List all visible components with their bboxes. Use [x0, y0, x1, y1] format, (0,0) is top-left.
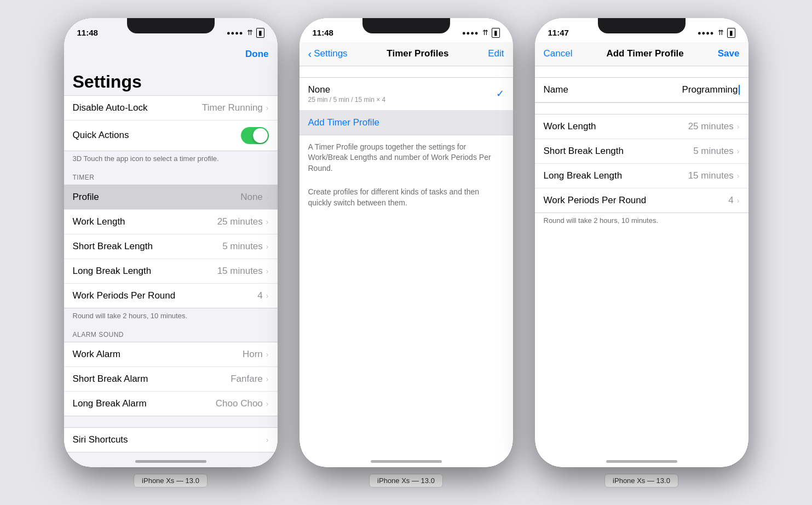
chevron-right-icon: › [266, 217, 269, 226]
work-length-label: Work Length [73, 216, 125, 227]
phone1-section3: ALARM SOUND Work Alarm Horn › Short Brea… [64, 331, 278, 416]
phone1-done-btn[interactable]: Done [245, 49, 269, 60]
chevron-right-icon: › [266, 193, 269, 202]
phone3-list-group: Work Length 25 minutes › Short Break Len… [535, 114, 748, 213]
phone3-notch [598, 18, 686, 33]
phone2-info-text1: A Timer Profile groups together the sett… [300, 135, 513, 181]
list-item[interactable]: Profile None › [64, 185, 278, 210]
work-periods-value: 4 › [257, 290, 268, 301]
chevron-right-icon: › [737, 196, 740, 205]
phone3-wrapper: 11:47 ●●●● ⇈ ▮ Cancel Add Timer Profile … [535, 18, 748, 487]
text-cursor [739, 85, 740, 95]
profile-name-row: None 25 min / 5 min / 15 min × 4 [308, 84, 386, 104]
phone1-status-right: ●●●● ⇈ ▮ [227, 28, 264, 38]
phone3-wifi-icon: ⇈ [718, 28, 724, 37]
profile-label: Profile [73, 192, 99, 203]
list-item[interactable]: Work Periods Per Round 4 › [64, 284, 278, 308]
phone1-list-group1: Disable Auto-Lock Timer Running › Quick … [64, 95, 278, 151]
phone3-cancel-btn[interactable]: Cancel [544, 48, 573, 59]
chevron-right-icon: › [266, 104, 269, 112]
phone1-wrapper: 11:48 ●●●● ⇈ ▮ Done Settings [64, 18, 278, 487]
phone2-edit-btn[interactable]: Edit [488, 48, 504, 59]
phone1-section2-footer: Round will take 2 hours, 10 minutes. [64, 308, 278, 320]
phone1-large-title-section: Settings [64, 66, 278, 95]
phone2-info-text2: Create profiles for different kinds of t… [300, 180, 513, 215]
phone2-list-group: None 25 min / 5 min / 15 min × 4 ✓ Add T… [300, 77, 513, 135]
list-item[interactable]: Long Break Alarm Choo Choo › [64, 392, 278, 416]
phone1-home-indicator [135, 460, 206, 463]
work-periods-label: Work Periods Per Round [73, 290, 176, 301]
phone2-back-btn[interactable]: ‹ Settings [308, 48, 348, 60]
chevron-right-icon: › [266, 435, 269, 444]
name-field-value: Programming [682, 84, 738, 95]
list-item[interactable]: Short Break Alarm Fanfare › [64, 367, 278, 392]
list-item[interactable]: None 25 min / 5 min / 15 min × 4 ✓ [300, 78, 513, 111]
phone1-battery-icon: ▮ [256, 28, 264, 38]
list-item[interactable]: Long Break Length 15 minutes › [64, 259, 278, 284]
p3-work-periods-value: 4 › [728, 195, 739, 206]
long-break-label: Long Break Length [73, 266, 152, 277]
phone2-time: 11:48 [313, 28, 333, 37]
add-timer-profile-row[interactable]: Add Timer Profile [300, 111, 513, 135]
list-item[interactable]: Short Break Length 5 minutes › [64, 234, 278, 259]
chevron-right-icon: › [737, 122, 740, 131]
phone2-screen: 11:48 ●●●● ⇈ ▮ ‹ Settings Timer Profiles… [300, 18, 513, 467]
list-item[interactable]: Work Periods Per Round 4 › [535, 188, 748, 213]
chevron-right-icon: › [737, 147, 740, 156]
phone3-save-btn[interactable]: Save [718, 48, 740, 59]
long-break-alarm-label: Long Break Alarm [73, 398, 147, 409]
list-item[interactable]: Work Length 25 minutes › [535, 114, 748, 139]
phone2-status-right: ●●●● ⇈ ▮ [462, 28, 500, 38]
list-item[interactable]: Work Alarm Horn › [64, 342, 278, 367]
list-item[interactable]: Work Length 25 minutes › [64, 210, 278, 234]
back-chevron-icon: ‹ [308, 48, 312, 60]
list-item[interactable]: Short Break Length 5 minutes › [535, 139, 748, 164]
phone3-label: iPhone Xs — 13.0 [604, 474, 678, 487]
phone1-timer-header: TIMER [64, 174, 278, 185]
phone2-notch [362, 18, 450, 33]
profile-none-subtitle: 25 min / 5 min / 15 min × 4 [308, 96, 386, 104]
p3-work-length-label: Work Length [544, 121, 596, 132]
phone3-name-group: Name Programming [535, 77, 748, 103]
p3-short-break-label: Short Break Length [544, 146, 624, 157]
p3-work-periods-label: Work Periods Per Round [544, 195, 647, 206]
profile-none-name: None [308, 84, 386, 95]
name-input-container: Programming [588, 84, 740, 95]
list-item[interactable]: Siri Shortcuts › [64, 428, 278, 452]
toggle-thumb [253, 128, 268, 143]
phone3-scroll[interactable]: Name Programming Work Length [535, 66, 748, 467]
disable-autolock-label: Disable Auto-Lock [73, 102, 148, 113]
phone3-nav: Cancel Add Timer Profile Save [535, 42, 748, 66]
chevron-right-icon: › [266, 350, 269, 359]
phone1-alarm-header: ALARM SOUND [64, 331, 278, 342]
phone2-battery-icon: ▮ [492, 28, 500, 38]
phone3-signal-icon: ●●●● [698, 30, 715, 36]
short-break-alarm-label: Short Break Alarm [73, 374, 148, 385]
work-alarm-label: Work Alarm [73, 349, 121, 360]
phone3-status-right: ●●●● ⇈ ▮ [698, 28, 735, 38]
phone3-nav-title: Add Timer Profile [606, 48, 683, 59]
short-break-alarm-value: Fanfare › [231, 374, 268, 385]
siri-shortcuts-label: Siri Shortcuts [73, 434, 128, 445]
phone2-signal-icon: ●●●● [462, 30, 479, 36]
phone2: 11:48 ●●●● ⇈ ▮ ‹ Settings Timer Profiles… [300, 18, 513, 467]
short-break-value: 5 minutes › [222, 241, 268, 252]
long-break-value: 15 minutes › [217, 266, 269, 277]
phone2-nav-title: Timer Profiles [387, 48, 448, 59]
phone1-large-title: Settings [73, 72, 269, 92]
siri-shortcuts-value: › [266, 435, 269, 444]
phone2-scroll[interactable]: None 25 min / 5 min / 15 min × 4 ✓ Add T… [300, 66, 513, 467]
p3-work-length-value: 25 minutes › [688, 121, 740, 132]
phone1-scroll[interactable]: Settings Disable Auto-Lock Timer Running… [64, 66, 278, 467]
phone1-section4: Siri Shortcuts › [64, 427, 278, 452]
phone1-section1-footer: 3D Touch the app icon to select a timer … [64, 151, 278, 163]
phone1: 11:48 ●●●● ⇈ ▮ Done Settings [64, 18, 278, 467]
short-break-label: Short Break Length [73, 241, 153, 252]
list-item[interactable]: Quick Actions [64, 120, 278, 151]
work-length-value: 25 minutes › [217, 216, 269, 227]
phone1-notch [127, 18, 215, 33]
list-item[interactable]: Disable Auto-Lock Timer Running › [64, 96, 278, 120]
list-item[interactable]: Long Break Length 15 minutes › [535, 164, 748, 188]
phone2-wifi-icon: ⇈ [482, 28, 488, 37]
quick-actions-toggle[interactable] [241, 127, 269, 144]
